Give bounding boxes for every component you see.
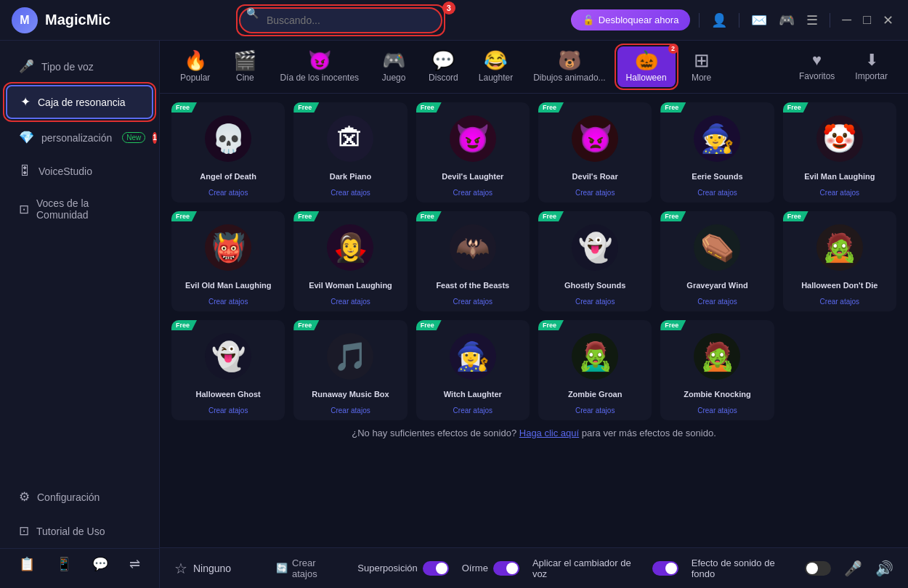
sound-card-eerie-sounds[interactable]: Free 🧙 Eerie Sounds Crear atajos — [660, 102, 774, 203]
sound-action[interactable]: Crear atajos — [820, 298, 859, 306]
efecto-toggle[interactable] — [805, 561, 831, 576]
sound-card-dark-piano[interactable]: Free 🏚 Dark Piano Crear atajos — [293, 102, 407, 203]
sound-img: 🦇 — [450, 224, 496, 271]
sound-action[interactable]: Crear atajos — [453, 298, 492, 306]
sound-card-evil-man-laughing[interactable]: Free 🤡 Evil Man Laughing Crear atajos — [783, 102, 896, 203]
sound-card-evil-old-man[interactable]: Free 👹 Evil Old Man Laughing Crear atajo… — [171, 211, 285, 311]
dia-icon: 😈 — [308, 51, 331, 70]
sound-action[interactable]: Crear atajos — [208, 407, 248, 415]
category-dibujos[interactable]: 🐻 Dibujos animado... — [524, 46, 614, 87]
sound-action[interactable]: Crear atajos — [575, 189, 615, 197]
sound-card-ghostly-sounds[interactable]: Free 👻 Ghostly Sounds Crear atajos — [538, 211, 652, 311]
footer-icon-4[interactable]: ⇌ — [129, 556, 140, 572]
sound-card-angel-death[interactable]: Free 💀 Angel of Death Crear atajos — [171, 102, 285, 203]
sound-card-feast-beasts[interactable]: Free 🦇 Feast of the Beasts Crear atajos — [416, 211, 530, 311]
sound-img: 😈 — [450, 115, 496, 162]
sound-action[interactable]: Crear atajos — [697, 189, 737, 197]
sound-action[interactable]: Crear atajos — [697, 298, 737, 306]
sound-card-evil-woman-laughing[interactable]: Free 🧛‍♀️ Evil Woman Laughing Crear ataj… — [293, 211, 407, 311]
sound-img: 🏚 — [327, 115, 373, 162]
category-discord[interactable]: 💬 Discord — [420, 46, 467, 87]
sound-card-zombie-groan[interactable]: Free 🧟‍♂️ Zombie Groan Crear atajos — [538, 320, 652, 420]
toggle-superposicion: Superposición — [357, 561, 448, 576]
cat-importar[interactable]: ⬇ Importar — [846, 48, 896, 86]
category-popular[interactable]: 🔥 Popular — [171, 46, 219, 87]
no-sound-link[interactable]: Haga clic aquí — [519, 428, 579, 438]
sidebar-footer: 📋 📱 💬 ⇌ — [0, 548, 159, 579]
cat-favoritos[interactable]: ♥ Favoritos — [790, 48, 843, 86]
halloween-badge: 2 — [668, 44, 678, 54]
diamond-icon: 💎 — [19, 130, 34, 145]
titlebar: M MagicMic 🔍 3 🔓 Desbloquear ahora 👤 ✉️ … — [0, 0, 908, 41]
sound-action[interactable]: Crear atajos — [208, 298, 248, 306]
sound-name: Eerie Sounds — [692, 166, 742, 187]
sidebar-item-personalization[interactable]: 💎 personalización New 1 — [6, 122, 153, 153]
sound-name: Devil's Laughter — [442, 166, 503, 187]
sound-action[interactable]: Crear atajos — [575, 407, 615, 415]
sound-name: Evil Man Laughing — [804, 166, 875, 187]
mic-bottom-icon[interactable]: 🎤 — [844, 560, 862, 577]
sidebar-item-config[interactable]: ⚙ Configuración — [6, 481, 153, 513]
free-badge: Free — [783, 102, 808, 113]
footer-icon-2[interactable]: 📱 — [56, 556, 72, 572]
category-juego[interactable]: 🎮 Juego — [370, 46, 417, 87]
category-cine[interactable]: 🎬 Cine — [222, 46, 268, 87]
cambio-voz-toggle[interactable] — [652, 561, 678, 576]
discord-icon[interactable]: 🎮 — [776, 9, 798, 31]
sound-action[interactable]: Crear atajos — [331, 407, 370, 415]
minimize-button[interactable]: ─ — [839, 9, 854, 30]
sound-card-halloween-ghost[interactable]: Free 👻 Halloween Ghost Crear atajos — [171, 320, 285, 420]
sound-card-halloween-dont-die[interactable]: Free 🧟 Halloween Don't Die Crear atajos — [783, 211, 896, 311]
create-atajos[interactable]: 🔄 Crear atajos — [276, 558, 343, 579]
sound-action[interactable]: Crear atajos — [453, 189, 492, 197]
category-laughter[interactable]: 😂 Laughter — [470, 46, 522, 87]
sound-action[interactable]: Crear atajos — [820, 189, 859, 197]
maximize-button[interactable]: □ — [860, 9, 874, 30]
sound-name: Graveyard Wind — [686, 275, 747, 295]
sound-action[interactable]: Crear atajos — [208, 189, 248, 197]
sound-card-devils-roar[interactable]: Free 👿 Devil's Roar Crear atajos — [538, 102, 652, 203]
sound-card-zombie-knocking[interactable]: Free 🧟 Zombie Knocking Crear atajos — [660, 320, 774, 420]
sound-action[interactable]: Crear atajos — [331, 298, 370, 306]
search-input[interactable] — [239, 7, 442, 33]
sound-card-witch-laughter[interactable]: Free 🧙‍♀️ Witch Laughter Crear atajos — [416, 320, 530, 420]
category-dia-inocentes[interactable]: 😈 Día de los inocentes — [271, 46, 368, 87]
no-sound-notice: ¿No hay suficientes efectos de sonido? H… — [171, 420, 896, 443]
sound-name: Zombie Groan — [568, 384, 623, 404]
sound-action[interactable]: Crear atajos — [575, 298, 615, 306]
user-icon[interactable]: 👤 — [708, 9, 730, 31]
category-more[interactable]: ⊞ More — [678, 46, 725, 87]
sidebar-item-community[interactable]: ⊡ Voces de la Comunidad — [6, 189, 153, 229]
sound-name: Runaway Music Box — [312, 384, 389, 404]
importar-icon: ⬇ — [865, 52, 878, 68]
free-badge: Free — [171, 211, 197, 221]
unlock-button[interactable]: 🔓 Desbloquear ahora — [571, 9, 691, 30]
sound-action[interactable]: Crear atajos — [697, 407, 737, 415]
sound-action[interactable]: Crear atajos — [331, 189, 370, 197]
tutorial-icon: ⊡ — [19, 523, 29, 539]
sound-img: 👹 — [205, 224, 251, 271]
content-area: 🔥 Popular 🎬 Cine 😈 Día de los inocentes … — [160, 41, 908, 588]
category-halloween[interactable]: 🎃 Halloween 2 — [617, 46, 676, 87]
sound-name: Witch Laughter — [444, 384, 502, 404]
superposicion-toggle[interactable] — [423, 561, 449, 576]
sidebar-item-soundbox[interactable]: ✦ Caja de resonancia — [6, 85, 153, 119]
sound-img: ⚰️ — [694, 224, 740, 271]
footer-icon-1[interactable]: 📋 — [19, 556, 35, 572]
close-button[interactable]: ✕ — [880, 9, 896, 31]
sound-card-graveyard-wind[interactable]: Free ⚰️ Graveyard Wind Crear atajos — [660, 211, 774, 311]
sound-card-runaway-music[interactable]: Free 🎵 Runaway Music Box Crear atajos — [293, 320, 407, 420]
footer-icon-3[interactable]: 💬 — [92, 556, 108, 572]
sidebar-item-voice-studio[interactable]: 🎛 VoiceStudio — [6, 156, 153, 187]
notification-badge: 1 — [153, 132, 157, 144]
menu-icon[interactable]: ☰ — [803, 9, 821, 31]
sidebar-item-tutorial[interactable]: ⊡ Tutorial de Uso — [6, 515, 153, 547]
volume-bottom-icon[interactable]: 🔊 — [875, 560, 893, 577]
mail-icon[interactable]: ✉️ — [748, 9, 770, 31]
more-icon: ⊞ — [694, 51, 710, 70]
sound-card-devils-laughter[interactable]: Free 😈 Devil's Laughter Crear atajos — [416, 102, 530, 203]
sidebar-item-voice-type[interactable]: 🎤 Tipo de voz — [6, 51, 153, 82]
oirme-toggle[interactable] — [493, 561, 519, 576]
free-badge: Free — [416, 102, 442, 113]
sound-action[interactable]: Crear atajos — [453, 407, 492, 415]
